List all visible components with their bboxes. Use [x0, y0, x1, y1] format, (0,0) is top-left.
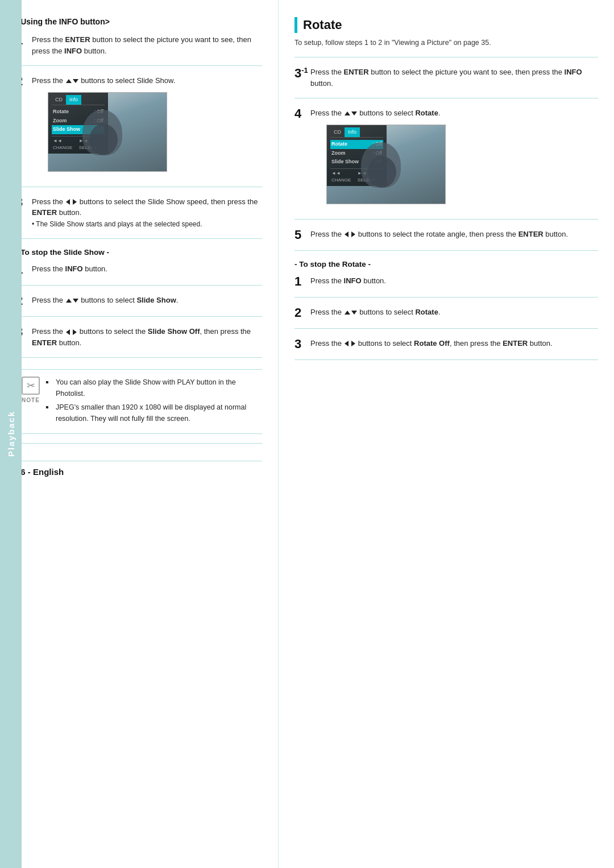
step-3-content: Press the buttons to select the Slide Sh…	[32, 196, 262, 230]
rotate-title-text: Rotate	[303, 18, 342, 32]
step-sup: -1	[301, 66, 308, 75]
bullet-mark-1: ▪	[45, 377, 52, 399]
page: Playback <Using the INFO button> 1 Press…	[0, 0, 614, 868]
rstop-number-1: 1	[294, 275, 310, 288]
note-box: ✂ NOTE ▪ You can also play the Slide Sho…	[16, 369, 262, 434]
left-step-3: 3 Press the buttons to select the Slide …	[16, 196, 262, 230]
step-2-content: Press the buttons to select Slide Show. …	[32, 75, 262, 177]
right-column: Rotate To setup, follow steps 1 to 2 in …	[279, 0, 614, 868]
bullet-mark-2: ▪	[45, 402, 52, 424]
rstop-1-content: Press the INFO button.	[310, 275, 598, 287]
tri-left-rs-icon	[345, 341, 349, 346]
rstop-3-content: Press the buttons to select Rotate Off, …	[310, 338, 598, 349]
rstop-step-2: 2 Press the buttons to select Rotate.	[294, 307, 598, 319]
stop-step-1-content: Press the INFO button.	[32, 263, 262, 275]
divider-1	[16, 65, 262, 66]
right-step-4: 4 Press the buttons to select Rotate. CD…	[294, 108, 598, 210]
tri-down-r-icon	[351, 111, 357, 115]
left-step-2: 2 Press the buttons to select Slide Show…	[16, 75, 262, 177]
rstop-number-2: 2	[294, 307, 310, 319]
tri-right-icon	[73, 199, 77, 205]
tri-left-2-icon	[66, 329, 70, 335]
divider-2	[16, 187, 262, 187]
right-divider-7	[294, 359, 598, 360]
menu-tab-info: Info	[66, 95, 81, 105]
rstop-step-3: 3 Press the buttons to select Rotate Off…	[294, 338, 598, 350]
using-info-section: <Using the INFO button> 1 Press the ENTE…	[16, 17, 262, 229]
right-step-4-content: Press the buttons to select Rotate. CD I…	[310, 108, 598, 210]
note-label: NOTE	[22, 397, 40, 403]
page-footer-left: 36 - English	[16, 461, 262, 477]
right-step-3-content: Press the ENTER button to select the pic…	[310, 67, 598, 89]
stop-step-2: 2 Press the buttons to select Slide Show…	[16, 295, 262, 307]
tri-right-r-icon	[351, 232, 355, 237]
divider-5	[16, 316, 262, 317]
setup-note: To setup, follow steps 1 to 2 in "Viewin…	[294, 39, 598, 47]
menu-tab-row: CD Info	[52, 95, 105, 106]
right-divider-4	[294, 250, 598, 251]
tri-left-r-icon	[345, 232, 349, 237]
tri-up-icon	[66, 79, 72, 83]
right-divider-6	[294, 328, 598, 329]
tri-up-r-icon	[345, 111, 350, 115]
right-step-5: 5 Press the buttons to select the rotate…	[294, 229, 598, 241]
divider-6	[16, 357, 262, 358]
page-footer-text: 36 - English	[16, 467, 64, 477]
note-content: ▪ You can also play the Slide Show with …	[45, 377, 262, 427]
step-1-content: Press the ENTER button to select the pic…	[32, 34, 262, 56]
rotate-menu-tab-info: Info	[345, 127, 360, 138]
stop-slide-show-heading: - To stop the Slide Show -	[16, 248, 262, 257]
stop-rotate-section: - To stop the Rotate - 1 Press the INFO …	[294, 260, 598, 360]
stop-step-1: 1 Press the INFO button.	[16, 263, 262, 276]
menu-tab-cd: CD	[52, 95, 66, 105]
rstop-step-1: 1 Press the INFO button.	[294, 275, 598, 288]
rstop-number-3: 3	[294, 338, 310, 350]
using-info-heading: <Using the INFO button>	[16, 17, 262, 26]
note-text-2: JPEG's smaller than 1920 x 1080 will be …	[56, 402, 262, 424]
stop-step-2-content: Press the buttons to select Slide Show.	[32, 295, 262, 306]
sidebar: Playback	[0, 0, 22, 868]
divider-7	[16, 443, 262, 444]
divider-4	[16, 285, 262, 286]
tri-left-icon	[66, 199, 70, 205]
divider-3	[16, 238, 262, 239]
tri-down-icon	[73, 79, 78, 83]
right-divider-5	[294, 297, 598, 297]
rotate-menu-image: CD Info Rotate: Off Zoom: Off Slide Show…	[326, 125, 446, 204]
footer-language: English	[33, 467, 64, 477]
tri-up-rs-icon	[345, 311, 350, 315]
right-step-number-4: 4	[294, 108, 310, 120]
right-divider-2	[294, 98, 598, 98]
tri-down-rs-icon	[351, 311, 357, 315]
right-divider-1	[294, 57, 598, 57]
tri-right-2-icon	[73, 329, 77, 335]
rstop-2-content: Press the buttons to select Rotate.	[310, 307, 598, 318]
right-step-number-3: 3-1	[294, 67, 310, 80]
note-bullet-1: ▪ You can also play the Slide Show with …	[45, 377, 262, 399]
stop-slide-show-section: - To stop the Slide Show - 1 Press the I…	[16, 248, 262, 348]
stop-step-3-content: Press the buttons to select the Slide Sh…	[32, 326, 262, 348]
rotate-title-bar	[294, 17, 297, 33]
tri-up-2-icon	[66, 299, 72, 303]
note-icon: ✂	[22, 377, 40, 395]
tri-right-rs-icon	[351, 341, 355, 346]
right-step-3: 3-1 Press the ENTER button to select the…	[294, 67, 598, 89]
left-column: <Using the INFO button> 1 Press the ENTE…	[0, 0, 279, 868]
right-step-number-5: 5	[294, 229, 310, 241]
left-step-1: 1 Press the ENTER button to select the p…	[16, 34, 262, 56]
rotate-title-row: Rotate	[294, 17, 598, 33]
note-bullet-2: ▪ JPEG's smaller than 1920 x 1080 will b…	[45, 402, 262, 424]
slide-show-menu-image: CD Info Rotate: Off Zoom: Off	[48, 92, 167, 172]
sidebar-label: Playback	[6, 411, 16, 457]
stop-step-3: 3 Press the buttons to select the Slide …	[16, 326, 262, 348]
right-divider-3	[294, 219, 598, 220]
rotate-menu-tab-cd: CD	[330, 127, 345, 138]
stop-rotate-heading: - To stop the Rotate -	[294, 260, 598, 268]
tri-down-2-icon	[73, 299, 78, 303]
right-step-5-content: Press the buttons to select the rotate a…	[310, 229, 598, 240]
note-text-1: You can also play the Slide Show with PL…	[56, 377, 262, 399]
rotate-menu-tab-row: CD Info	[330, 127, 383, 138]
